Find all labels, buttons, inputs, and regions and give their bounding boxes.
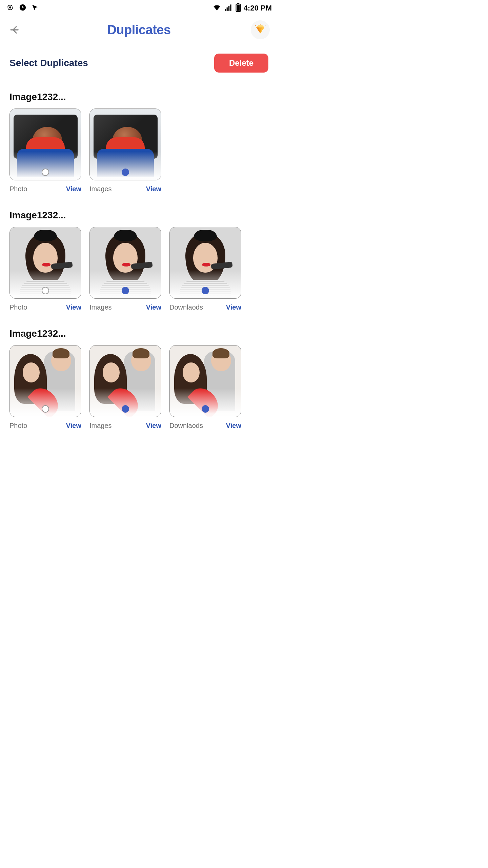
svg-rect-5 <box>230 4 231 11</box>
selection-indicator[interactable] <box>202 287 209 294</box>
view-link[interactable]: View <box>66 303 81 311</box>
svg-point-0 <box>9 6 11 8</box>
selection-indicator[interactable] <box>122 287 129 294</box>
image-thumbnail[interactable] <box>89 227 161 299</box>
status-left <box>6 3 39 13</box>
image-thumbnail[interactable] <box>9 227 81 299</box>
subheader: Select Duplicates Delete <box>0 43 278 76</box>
svg-rect-2 <box>225 9 226 11</box>
group-title: Image1232... <box>9 92 268 102</box>
image-card: PhotoView <box>9 108 81 193</box>
status-bar: 4:20 PM <box>0 0 278 16</box>
content: Image1232...PhotoViewImagesViewImage1232… <box>0 76 278 430</box>
card-meta-row: ImagesView <box>89 422 161 430</box>
image-card: PhotoView <box>9 227 81 311</box>
image-thumbnail[interactable] <box>89 345 161 417</box>
folder-label: Photo <box>9 185 27 193</box>
location-icon <box>31 4 39 13</box>
view-link[interactable]: View <box>146 422 161 430</box>
image-card: DownlaodsView <box>169 227 241 311</box>
back-button[interactable] <box>8 23 22 37</box>
view-link[interactable]: View <box>226 303 241 311</box>
image-card: ImagesView <box>89 345 161 430</box>
thumbnail-grid: PhotoViewImagesViewDownlaodsView <box>9 227 268 311</box>
group-title: Image1232... <box>9 328 268 339</box>
image-card: ImagesView <box>89 108 161 193</box>
selection-indicator[interactable] <box>42 405 49 413</box>
image-card: ImagesView <box>89 227 161 311</box>
selection-indicator[interactable] <box>42 287 49 294</box>
duplicate-group: Image1232...PhotoViewImagesViewDownlaods… <box>9 328 268 430</box>
sync-icon <box>6 3 14 13</box>
svg-rect-8 <box>237 5 240 11</box>
selection-indicator[interactable] <box>42 169 49 176</box>
wifi-icon <box>212 3 221 13</box>
thumbnail-grid: PhotoViewImagesView <box>9 108 268 193</box>
image-thumbnail[interactable] <box>89 108 161 180</box>
card-meta-row: PhotoView <box>9 422 81 430</box>
signal-icon <box>224 3 233 13</box>
image-thumbnail[interactable] <box>9 345 81 417</box>
svg-rect-3 <box>226 7 227 11</box>
card-meta-row: PhotoView <box>9 185 81 193</box>
view-link[interactable]: View <box>66 422 81 430</box>
image-thumbnail[interactable] <box>169 227 241 299</box>
duplicate-group: Image1232...PhotoViewImagesViewDownlaods… <box>9 210 268 311</box>
folder-label: Photo <box>9 422 27 430</box>
folder-label: Photo <box>9 303 27 311</box>
status-right: 4:20 PM <box>212 3 272 13</box>
view-link[interactable]: View <box>146 303 161 311</box>
selection-indicator[interactable] <box>202 405 209 413</box>
folder-label: Images <box>89 185 112 193</box>
selection-indicator[interactable] <box>122 169 129 176</box>
card-meta-row: ImagesView <box>89 303 161 311</box>
folder-label: Downlaods <box>169 422 203 430</box>
app-header: Duplicates <box>0 16 278 43</box>
folder-label: Downlaods <box>169 303 203 311</box>
group-title: Image1232... <box>9 210 268 221</box>
svg-rect-7 <box>237 3 240 4</box>
delete-button[interactable]: Delete <box>214 54 268 73</box>
status-time: 4:20 PM <box>244 4 272 13</box>
card-meta-row: DownlaodsView <box>169 422 241 430</box>
page-title: Duplicates <box>107 23 170 37</box>
duplicate-group: Image1232...PhotoViewImagesView <box>9 92 268 193</box>
subheader-title: Select Duplicates <box>9 58 88 68</box>
view-link[interactable]: View <box>226 422 241 430</box>
arrow-left-icon <box>9 24 20 35</box>
svg-rect-4 <box>228 6 229 11</box>
clock-icon <box>19 4 26 13</box>
view-link[interactable]: View <box>66 185 81 193</box>
folder-label: Images <box>89 422 112 430</box>
view-link[interactable]: View <box>146 185 161 193</box>
diamond-icon <box>254 24 266 36</box>
selection-indicator[interactable] <box>122 405 129 413</box>
premium-button[interactable] <box>251 20 270 39</box>
image-thumbnail[interactable] <box>169 345 241 417</box>
battery-icon <box>236 3 241 13</box>
image-card: DownlaodsView <box>169 345 241 430</box>
card-meta-row: PhotoView <box>9 303 81 311</box>
image-thumbnail[interactable] <box>9 108 81 180</box>
thumbnail-grid: PhotoViewImagesViewDownlaodsView <box>9 345 268 430</box>
folder-label: Images <box>89 303 112 311</box>
card-meta-row: DownlaodsView <box>169 303 241 311</box>
image-card: PhotoView <box>9 345 81 430</box>
card-meta-row: ImagesView <box>89 185 161 193</box>
